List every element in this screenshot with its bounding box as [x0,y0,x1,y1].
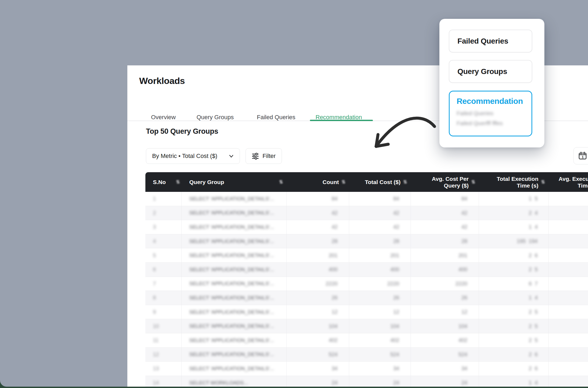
cell-sno: 4 [153,238,156,244]
table-row[interactable]: 8 SELECT 'APPLICATION_DETAILS'... 26 26 … [145,291,588,305]
query-groups-table: S.No ⇅ Query Group ⇅ Count ⇅ Total Cost … [145,172,588,387]
table-row[interactable]: 1 SELECT 'APPLICATION_DETAILS'... 84 84 … [145,192,588,206]
cell-count: 34 [332,365,338,372]
cell-count: 28 [332,238,338,244]
cell-total-execution-time: 1 4 [529,224,538,230]
table-row[interactable]: 3 SELECT 'APPLICATION_DETAILS'... 42 42 … [145,220,588,234]
cell-count: 24 [332,380,338,386]
table-row[interactable]: 2 SELECT 'APPLICATION_DETAILS'... 42 42 … [145,206,588,220]
cell-count: 84 [332,196,338,202]
cell-total-cost: 24 [393,380,399,386]
cell-total-cost: 12 [393,309,399,315]
cell-sno: 11 [153,337,159,343]
column-header-total-cost[interactable]: Total Cost ($) ⇅ [349,172,411,192]
popup-query-groups-button[interactable]: Query Groups [449,60,532,83]
cell-total-cost: 42 [393,224,399,230]
cell-count: 400 [329,266,338,273]
cell-total-cost: 84 [393,196,399,202]
table-row[interactable]: 14 SELECT WORKLOADS... 24 24 24 1 4 [145,376,588,387]
cell-query-group: SELECT 'APPLICATION_DETAILS'... [189,252,274,258]
cell-count: 402 [329,337,338,343]
cell-total-cost: 26 [393,295,399,301]
hand-drawn-arrow [364,111,445,159]
cell-query-group: SELECT 'APPLICATION_DETAILS'... [189,309,274,315]
popup-recommendation-blurred-line: Failed Queries [457,110,531,117]
cell-sno: 10 [153,323,159,329]
cell-total-cost: 400 [390,266,399,273]
cell-sno: 2 [153,210,156,216]
tab-overview[interactable]: Overview [151,113,176,121]
metric-dropdown-value: By Metric • Total Cost ($) [152,153,217,160]
popup-recommendation-title: Recommendation [457,97,531,106]
cell-avg-cost-per-query: 400 [458,266,467,273]
cell-avg-cost-per-query: 24 [461,380,467,386]
active-tab-underline [310,120,373,121]
column-header-sno[interactable]: S.No ⇅ [145,172,182,192]
cell-query-group: SELECT 'APPLICATION_DETAILS'... [189,196,274,202]
filter-button[interactable]: Filter [246,148,282,164]
cell-total-execution-time: 2 5 [529,266,538,273]
table-row[interactable]: 7 SELECT 'APPLICATION_DETAILS'... 2220 2… [145,277,588,291]
sort-icon[interactable]: ⇅ [403,179,407,185]
cell-sno: 7 [153,281,156,287]
cell-avg-cost-per-query: 42 [461,210,467,216]
cell-query-group: SELECT 'APPLICATION_DETAILS'... [189,210,274,216]
cell-query-group: SELECT 'APPLICATION_DETAILS'... [189,224,274,230]
sort-icon[interactable]: ⇅ [176,179,180,185]
cell-count: 2220 [326,281,338,287]
cell-total-execution-time: 1 4 [529,295,538,301]
sort-icon[interactable]: ⇅ [279,179,283,185]
cell-count: 42 [332,224,338,230]
table-body: 1 SELECT 'APPLICATION_DETAILS'... 84 84 … [145,192,588,387]
cell-avg-cost-per-query: 104 [458,323,467,329]
cell-count: 201 [329,252,338,259]
cell-count: 104 [329,323,338,329]
sort-icon[interactable]: ⇅ [342,179,345,185]
cell-total-cost: 524 [390,351,399,358]
date-picker-button[interactable]: 1 [573,147,588,164]
screen: { "page": { "title": "Workloads" }, "tab… [0,0,588,388]
table-row[interactable]: 9 SELECT 'APPLICATION_DETAILS'... 12 12 … [145,305,588,319]
tab-failed-queries[interactable]: Failed Queries [257,113,295,121]
column-header-query-group[interactable]: Query Group ⇅ [182,172,287,192]
table-row[interactable]: 12 SELECT 'APPLICATION_DETAILS'... 524 5… [145,348,588,362]
tab-query-groups[interactable]: Query Groups [197,113,234,121]
cell-count: 524 [329,351,338,358]
cell-avg-cost-per-query: 524 [458,351,467,358]
table-row[interactable]: 11 SELECT 'APPLICATION_DETAILS'... 402 4… [145,333,588,348]
cell-total-execution-time: 2 4 [529,210,538,216]
calendar-icon: 1 [578,151,587,160]
cell-query-group: SELECT 'APPLICATION_DETAILS'... [189,281,274,287]
column-header-avg-cost-per-query[interactable]: Avg. Cost PerQuery ($) ⇅ [411,172,479,192]
cell-total-execution-time: 1 5 [529,196,538,202]
table-row[interactable]: 6 SELECT 'APPLICATION_DETAILS'... 400 40… [145,263,588,277]
cell-avg-cost-per-query: 84 [461,196,467,202]
popup-recommendation-card[interactable]: Recommendation Failed Queries Failed Que… [449,91,532,136]
cell-total-execution-time: 1 4 [529,380,538,386]
cell-total-execution-time: 2 6 [529,365,538,372]
cell-total-execution-time: 2 5 [529,323,538,329]
sort-icon[interactable]: ⇅ [541,179,545,185]
page-title: Workloads [139,76,185,86]
table-row[interactable]: 4 SELECT 'APPLICATION_DETAILS'... 28 28 … [145,234,588,249]
table-row[interactable]: 10 SELECT 'APPLICATION_DETAILS'... 104 1… [145,319,588,333]
cell-sno: 9 [153,309,156,315]
svg-text:1: 1 [582,155,584,159]
column-header-total-execution-time[interactable]: Total ExecutionTime (s) ⇅ [479,172,549,192]
cell-sno: 1 [153,196,156,202]
metric-dropdown[interactable]: By Metric • Total Cost ($) [146,148,240,164]
section-heading: Top 50 Query Groups [146,127,218,136]
cell-query-group: SELECT 'APPLICATION_DETAILS'... [189,323,274,329]
cell-avg-cost-per-query: 26 [461,295,467,301]
cell-sno: 13 [153,365,159,372]
column-header-count[interactable]: Count ⇅ [287,172,349,192]
sort-icon[interactable]: ⇅ [471,179,475,185]
table-row[interactable]: 5 SELECT 'APPLICATION_DETAILS'... 201 20… [145,248,588,263]
cell-total-cost: 201 [390,252,399,259]
column-header-avg-execution-time[interactable]: Avg. ExecutionTime (s) ⇅ [549,172,588,192]
popup-failed-queries-button[interactable]: Failed Queries [449,30,532,52]
table-row[interactable]: 13 SELECT 'APPLICATION_DETAILS'... 34 34… [145,362,588,376]
cell-query-group: SELECT 'APPLICATION_DETAILS'... [189,267,274,273]
cell-avg-cost-per-query: 12 [461,309,467,315]
cell-query-group: SELECT WORKLOADS... [189,380,248,386]
